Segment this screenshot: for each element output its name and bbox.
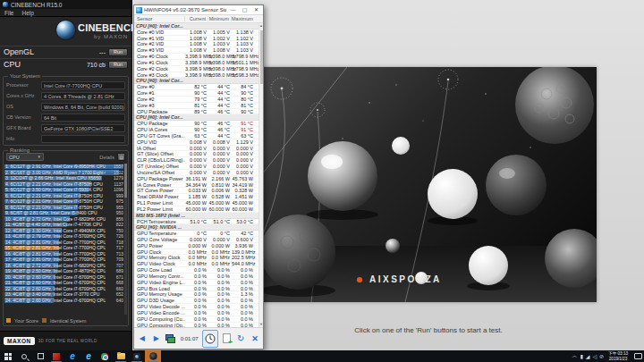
sensor-row[interactable]: GPU Temperature0 °C0 °C42 °C: [134, 231, 258, 237]
scrollbar-thumb[interactable]: [260, 30, 263, 84]
taskbar-ie-button[interactable]: e: [80, 350, 97, 362]
cinebench-titlebar[interactable]: CINEBENCH R15.0: [0, 0, 131, 9]
sensor-row[interactable]: GPU Memory Contr...0.0 %0.0 %0.0 %: [134, 274, 258, 280]
cpu-run-button[interactable]: Run: [108, 61, 128, 69]
tray-chevron-up-icon[interactable]: ︿: [572, 352, 577, 360]
sensor-row[interactable]: Core #1 VID1.008 V1.002 V1.102 V: [134, 36, 258, 42]
maximize-button[interactable]: ▢: [240, 6, 250, 14]
sensor-row[interactable]: GPU Power0.000 W0.000 W3.936 W: [134, 243, 258, 249]
cpu-test-row: CPU 710 cb Run: [0, 58, 131, 70]
sensor-minimum: 0.0 %: [208, 274, 232, 279]
taskbar-file-explorer-button[interactable]: [113, 350, 129, 362]
taskbar-screen-recorder-button[interactable]: [145, 350, 161, 362]
sensor-row[interactable]: GPU D3D Usage0.0 %0.0 %0.0 %: [134, 298, 258, 304]
sensor-row[interactable]: PCH Temperature51.0 °C51.0 °C53.0 °C: [134, 219, 258, 225]
sensor-row[interactable]: CPU GT Cores (Gra...63 °C44 °C63 °C: [134, 133, 258, 139]
remote-monitoring-button[interactable]: [165, 331, 177, 347]
sensor-row[interactable]: Core #3 VID1.008 V1.008 V1.103 V: [134, 47, 258, 54]
opengl-run-button[interactable]: Run: [108, 48, 128, 56]
sensor-row[interactable]: IA Cores Power34.364 W0.810 W34.419 W: [134, 182, 258, 189]
sensor-row[interactable]: Core #082 °C44 °C84 °C: [134, 84, 258, 90]
volume-icon[interactable]: ◁: [592, 353, 597, 359]
sensor-row[interactable]: Core #1 Clock3,398.9 MHz3,398.0 MHz3,501…: [134, 60, 258, 66]
sensor-row[interactable]: CPU Package89 °C46 °C90 °C: [134, 109, 258, 115]
sensor-row[interactable]: Core #190 °C44 °C90 °C: [134, 90, 258, 97]
system-info-row: ProcessorIntel Core i7-7700HQ CPU: [4, 80, 128, 90]
sensor-current: 0 °C: [185, 231, 208, 236]
sensor-minimum: 0.0 %: [208, 304, 232, 309]
sensor-row[interactable]: GPU Computing (Cu...0.0 %0.0 %0.0 %: [134, 316, 258, 323]
sensor-row[interactable]: Core #279 °C44 °C80 °C: [134, 97, 258, 103]
reset-values-button[interactable]: ↻: [234, 331, 247, 347]
sensor-row[interactable]: GPU Video Decode ...0.0 %0.0 %0.0 %: [134, 304, 258, 310]
menu-file[interactable]: File: [4, 10, 13, 16]
notification-blocked-icon[interactable]: ⊘: [599, 353, 604, 359]
sensor-name: CPU IA Cores: [134, 127, 185, 132]
sensor-row[interactable]: GPU Clock0.0 MHz0.0 MHz139.0 MHz: [134, 249, 258, 256]
sensor-row[interactable]: CPU VID0.008 V0.008 V1.129 V: [134, 139, 258, 146]
sensor-row[interactable]: GPU Core Voltage0.000 V0.000 V0.600 V: [134, 237, 258, 243]
next-sensor-button[interactable]: ▶: [150, 331, 163, 347]
taskbar-chrome-button[interactable]: [97, 350, 113, 362]
sensor-name: Core #2 VID: [134, 41, 185, 46]
sensor-maximum: 1.138 V: [232, 29, 255, 35]
sensor-column-headers[interactable]: Sensor Current Minimum Maximum: [134, 15, 263, 23]
sensor-name: CLR (CBo/LLC/Ring)...: [134, 157, 185, 163]
system-info-label: Cores x GHz: [6, 93, 38, 98]
sensor-row[interactable]: Core #2 VID1.008 V1.003 V1.103 V: [134, 41, 258, 47]
minimize-button[interactable]: —: [228, 6, 238, 14]
report-plus-icon: [223, 333, 231, 343]
sensor-row[interactable]: GT (Slice) Offset0.000 V0.000 V0.000 V: [134, 151, 258, 157]
sensor-row[interactable]: IA Offset0.000 V0.000 V0.000 V: [134, 146, 258, 152]
sensor-row[interactable]: CPU IA Cores90 °C46 °C91 °C: [134, 127, 258, 133]
sensor-row[interactable]: Uncore/SA Offset0.000 V0.000 V0.000 V: [134, 170, 258, 176]
sensor-row[interactable]: Core #0 VID1.008 V1.005 V1.138 V: [134, 29, 258, 36]
sensor-row[interactable]: GPU Video Clock0.0 MHz0.0 MHz544.0 MHz: [134, 261, 258, 267]
sensor-row[interactable]: Core #2 Clock3,398.9 MHz3,398.0 MHz3,798…: [134, 66, 258, 72]
sensor-row[interactable]: GT (Unslice) Offset0.000 V0.000 V0.000 V: [134, 164, 258, 170]
taskbar-hwinfo-button[interactable]: [129, 350, 145, 362]
taskbar-edge-button[interactable]: e: [64, 350, 80, 362]
sensor-current: 90 °C: [185, 127, 208, 132]
taskbar-clock[interactable]: 下午 03:13 2019/1/23: [606, 351, 630, 360]
clock-button[interactable]: [202, 330, 219, 348]
sensor-row[interactable]: GPU Video Engine L...0.0 %0.0 %0.0 %: [134, 280, 258, 286]
sensor-row[interactable]: GPU Memory Clock0.0 MHz0.0 MHz202.5 MHz: [134, 255, 258, 261]
sensor-row[interactable]: Core #0 Clock3,398.9 MHz3,398.0 MHz3,798…: [134, 54, 258, 60]
ranking-row[interactable]: 24. 4C/8T @ 2.60 GHz, Intel Core i7-6700…: [4, 298, 123, 304]
action-center-icon[interactable]: [634, 353, 642, 359]
logging-button[interactable]: [220, 331, 233, 347]
hwinfo-titlebar[interactable]: HWiNFO64 v6.02-3670 Sensor Status [... —…: [134, 5, 263, 15]
taskbar-cinebench-button[interactable]: [48, 350, 64, 362]
clock-date: 2019/1/23: [608, 357, 628, 361]
sensor-row[interactable]: GPU Memory Usage0.0 %0.0 %1.3 %: [134, 291, 258, 298]
close-button[interactable]: ✕: [251, 6, 261, 14]
sensor-row[interactable]: GPU Video Encode ...0.0 %0.0 %0.0 %: [134, 310, 258, 316]
sensor-row[interactable]: GPU Bus Load0.0 %0.0 %0.0 %: [134, 286, 258, 292]
close-sensors-button[interactable]: ✕: [249, 331, 261, 347]
ranking-scrollbar[interactable]: [124, 164, 127, 315]
sensor-row[interactable]: CLR (CBo/LLC/Ring)...0.000 V0.000 V0.000…: [134, 157, 258, 164]
network-icon[interactable]: ◢: [586, 353, 590, 359]
sensor-row[interactable]: Total DRAM Power1.185 W0.528 W1.451 W: [134, 194, 258, 200]
sensor-row[interactable]: Core #381 °C44 °C81 °C: [134, 103, 258, 109]
sensor-row[interactable]: CPU Package90 °C46 °C91 °C: [134, 121, 258, 127]
taskbar-task-view-button[interactable]: [32, 350, 48, 362]
sensor-row[interactable]: CPU Package Power36.191 W2.166 W45.763 W: [134, 176, 258, 182]
previous-sensor-button[interactable]: ◀: [136, 331, 148, 347]
sensor-row[interactable]: GT Cores Power0.033 W0.006 W0.328 W: [134, 188, 258, 194]
sensor-row[interactable]: PL1 Power Limit45.000 W45.000 W45.000 W: [134, 200, 258, 206]
taskbar-start-button[interactable]: [0, 350, 16, 362]
sensor-row[interactable]: PL2 Power Limit60.000 W60.000 W60.000 W: [134, 206, 258, 213]
sensor-row[interactable]: Core #3 Clock3,398.9 MHz3,398.0 MHz3,598…: [134, 72, 258, 79]
ranking-details-button[interactable]: ▤: [117, 153, 125, 161]
your-system-group: Your System ProcessorIntel Core i7-7700H…: [3, 76, 129, 146]
menu-help[interactable]: Help: [21, 10, 33, 16]
maxon-logo: MAXON: [4, 337, 35, 345]
sensor-row[interactable]: GPU Core Load0.0 %0.0 %0.0 %: [134, 267, 258, 274]
ranking-filter-select[interactable]: CPU ▼: [6, 153, 44, 161]
scroll-up-icon[interactable]: ▲: [259, 23, 263, 29]
battery-icon[interactable]: ▮: [580, 353, 582, 359]
taskbar-search-button[interactable]: [16, 350, 32, 362]
hwinfo-scrollbar[interactable]: ▲ ▼: [258, 23, 263, 327]
